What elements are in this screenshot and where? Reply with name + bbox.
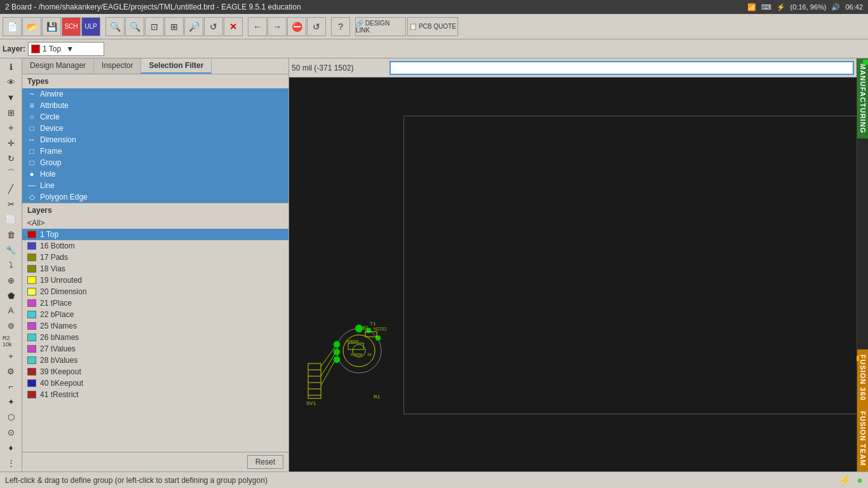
- save-btn[interactable]: 💾: [42, 17, 61, 36]
- new-btn[interactable]: 📄: [3, 17, 22, 36]
- layer-item[interactable]: 19 Unrouted: [22, 274, 288, 286]
- filter-btn[interactable]: ▼: [2, 90, 20, 105]
- layer-selector[interactable]: 1 Top ▼: [28, 42, 104, 56]
- type-label: Hole: [40, 170, 56, 179]
- cut-btn[interactable]: ✂: [2, 197, 20, 212]
- layer-item[interactable]: 25 tNames: [22, 320, 288, 332]
- type-icon: —: [27, 181, 36, 190]
- layers-btn[interactable]: ⊙: [2, 425, 20, 440]
- layer-item[interactable]: 26 bNames: [22, 332, 288, 343]
- delete-btn[interactable]: 🗑: [2, 227, 20, 242]
- type-item[interactable]: —Line: [22, 180, 288, 191]
- type-item[interactable]: □Group: [22, 157, 288, 168]
- layers-all-item[interactable]: <All>: [22, 217, 288, 229]
- route-btn[interactable]: ⤵: [2, 258, 20, 273]
- miter-btn[interactable]: ⌐: [2, 379, 20, 394]
- manufacturing-tab[interactable]: MANUFACTURING: [857, 58, 868, 139]
- type-item[interactable]: ≡Attribute: [22, 100, 288, 111]
- type-label: Dimension: [40, 135, 76, 144]
- open-btn[interactable]: 📂: [22, 17, 41, 36]
- grid-btn[interactable]: ⊞: [2, 105, 20, 120]
- fusion-team-tab[interactable]: FUSION TEAM: [857, 406, 868, 471]
- layer-item[interactable]: 21 tPlace: [22, 297, 288, 309]
- tab-selection-filter[interactable]: Selection Filter: [141, 58, 212, 74]
- pcb-border: [403, 116, 857, 414]
- zoom-fit-btn[interactable]: ⊡: [145, 17, 164, 36]
- layer-color-swatch: [27, 311, 36, 318]
- layer-item[interactable]: 39 tKeepout: [22, 366, 288, 377]
- copy-btn[interactable]: ⬜: [2, 212, 20, 227]
- r-btn[interactable]: R2 10k: [2, 334, 20, 348]
- layer-bar: Layer: 1 Top ▼: [0, 39, 868, 58]
- type-label: Line: [40, 181, 55, 190]
- type-item[interactable]: ●Hole: [22, 168, 288, 180]
- layer-item[interactable]: 1 Top: [22, 229, 288, 240]
- zoom-select-btn[interactable]: ⊞: [165, 17, 184, 36]
- eye-btn[interactable]: 👁: [2, 75, 20, 90]
- type-item[interactable]: ○Circle: [22, 111, 288, 123]
- zoom-custom-btn[interactable]: 🔎: [184, 17, 203, 36]
- rotate-btn[interactable]: ↻: [2, 151, 20, 166]
- layer-item-label: 27 tValues: [40, 344, 76, 353]
- command-input[interactable]: [390, 61, 854, 75]
- layer-item[interactable]: 18 Vias: [22, 263, 288, 274]
- fusion360-tab[interactable]: FUSION 360: [857, 349, 868, 406]
- wrench-btn[interactable]: 🔧: [2, 243, 20, 257]
- select-btn[interactable]: ✛: [2, 121, 20, 135]
- forward-btn[interactable]: →: [268, 17, 287, 36]
- canvas-area[interactable]: T1 N2222 R1 SV1 R1 IN4004 0.0050 23: [289, 78, 857, 471]
- help-btn[interactable]: ?: [331, 17, 350, 36]
- main-canvas: 50 mil (-371 1502): [289, 58, 857, 471]
- layer-item[interactable]: 17 Pads: [22, 252, 288, 263]
- drc-btn[interactable]: ⬡: [2, 410, 20, 424]
- ulp-btn[interactable]: ULP: [81, 17, 100, 36]
- type-item[interactable]: ↔Dimension: [22, 134, 288, 146]
- zoom-tools: 🔍 🔍 ⊡ ⊞ 🔎 ↺ ✕: [105, 17, 243, 36]
- type-item[interactable]: □Device: [22, 123, 288, 134]
- layer-item[interactable]: 41 tRestrict: [22, 389, 288, 400]
- fusion-team-label: FUSION TEAM: [859, 411, 867, 466]
- line-btn[interactable]: ╱: [2, 182, 20, 196]
- more-btn[interactable]: ⋮: [2, 456, 20, 470]
- design-link-btn[interactable]: 🔗 DESIGN LINK: [355, 17, 406, 36]
- tab-inspector[interactable]: Inspector: [94, 58, 141, 74]
- text-btn[interactable]: A: [2, 304, 20, 318]
- layer-color-swatch: [27, 334, 36, 341]
- undo-btn[interactable]: ↺: [307, 17, 326, 36]
- zoom-out-btn[interactable]: 🔍: [125, 17, 144, 36]
- move-btn[interactable]: ✛: [2, 136, 20, 151]
- sch-btn[interactable]: SCH: [62, 17, 81, 36]
- layer-item[interactable]: 22 bPlace: [22, 309, 288, 320]
- layer-item[interactable]: 20 Dimension: [22, 286, 288, 297]
- net-btn[interactable]: ⊚: [2, 318, 20, 333]
- via-btn[interactable]: ⊕: [2, 273, 20, 288]
- svg-text:23: 23: [367, 353, 372, 356]
- tab-design-manager[interactable]: Design Manager: [22, 58, 94, 74]
- search-input-container: [390, 61, 854, 75]
- green-dot: ●: [857, 475, 863, 486]
- layer-item[interactable]: 16 Bottom: [22, 240, 288, 252]
- type-item[interactable]: □Frame: [22, 146, 288, 157]
- refresh-btn[interactable]: ↺: [204, 17, 223, 36]
- info-btn[interactable]: ℹ: [2, 60, 20, 74]
- arc-btn[interactable]: ⌒: [2, 166, 20, 181]
- back-btn[interactable]: ←: [248, 17, 267, 36]
- zoom-in-btn[interactable]: 🔍: [105, 17, 125, 36]
- layer-item[interactable]: 40 bKeepout: [22, 377, 288, 389]
- pcb-quote-btn[interactable]: 📋 PCB QUOTE: [407, 17, 458, 36]
- stop-btn[interactable]: ⛔: [287, 17, 306, 36]
- layer-item[interactable]: 27 tValues: [22, 343, 288, 355]
- svg-text:0.0050: 0.0050: [351, 353, 363, 356]
- pin-btn[interactable]: ♦: [2, 440, 20, 455]
- type-item[interactable]: ◇Polygon Edge: [22, 191, 288, 203]
- layer-item[interactable]: 28 bValues: [22, 355, 288, 366]
- type-icon: ●: [27, 170, 36, 179]
- add-btn[interactable]: +: [2, 349, 20, 363]
- poly-btn[interactable]: ⬟: [2, 288, 20, 303]
- smash-btn[interactable]: ⚙: [2, 364, 20, 379]
- cross-btn[interactable]: ✕: [224, 17, 243, 36]
- reset-button[interactable]: Reset: [247, 455, 283, 469]
- layer-item-label: 40 bKeepout: [40, 379, 83, 388]
- ratsnest-btn[interactable]: ✦: [2, 395, 20, 409]
- type-item[interactable]: ~Airwire: [22, 88, 288, 100]
